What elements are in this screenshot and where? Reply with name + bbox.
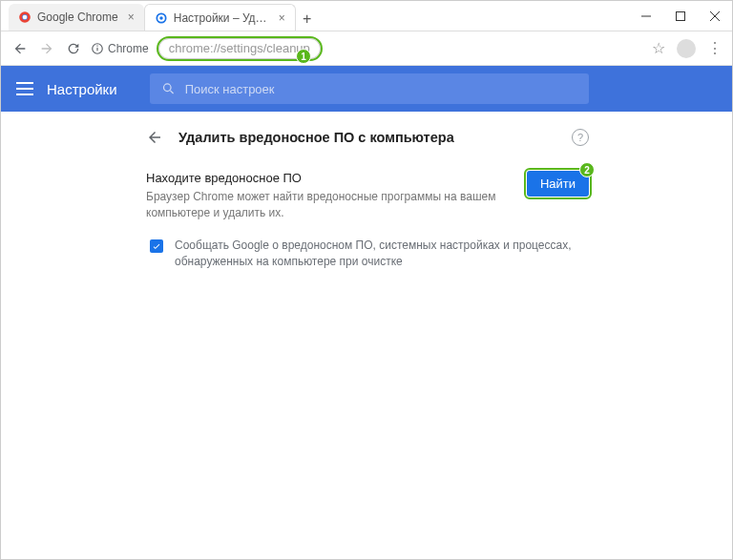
settings-search-input[interactable] <box>185 82 577 96</box>
nav-toolbar: Chrome chrome://settings/cleanup ☆ ⋮ <box>1 31 732 66</box>
site-info[interactable]: Chrome <box>91 42 149 55</box>
minimize-button[interactable] <box>629 2 663 31</box>
report-checkbox-row[interactable]: Сообщать Google о вредоносном ПО, систем… <box>146 238 589 271</box>
checkbox-checked-icon[interactable] <box>150 239 163 253</box>
title-bar: Google Chrome × Настройки – Удалить вред… <box>1 1 732 31</box>
page-header: Удалить вредоносное ПО с компьютера ? <box>142 129 593 146</box>
site-label: Chrome <box>108 42 149 55</box>
tab-strip: Google Chrome × Настройки – Удалить вред… <box>1 4 319 31</box>
new-tab-button[interactable]: + <box>296 8 319 31</box>
annotation-badge-2: 2 <box>579 162 595 177</box>
find-button[interactable]: Найти <box>527 171 589 197</box>
annotation-badge-1: 1 <box>296 49 311 64</box>
search-icon <box>161 81 176 96</box>
info-icon <box>91 42 104 55</box>
menu-hamburger-icon[interactable] <box>16 82 33 95</box>
settings-header: Настройки <box>1 66 732 112</box>
bookmark-star-icon[interactable]: ☆ <box>652 39 665 57</box>
settings-title: Настройки <box>47 81 117 97</box>
chrome-logo-icon <box>18 10 31 24</box>
menu-kebab-icon[interactable]: ⋮ <box>707 39 723 57</box>
svg-point-2 <box>23 15 28 20</box>
reload-button[interactable] <box>64 39 83 58</box>
maximize-button[interactable] <box>663 2 698 31</box>
tab-title: Google Chrome <box>37 10 118 24</box>
window-controls <box>629 2 732 31</box>
help-icon[interactable]: ? <box>572 129 589 146</box>
svg-rect-6 <box>677 12 685 21</box>
section-description: Браузер Chrome может найти вредоносные п… <box>146 189 513 222</box>
url-text: chrome://settings/cleanup <box>169 41 310 55</box>
close-window-button[interactable] <box>698 2 732 31</box>
svg-rect-11 <box>96 45 97 46</box>
page-title: Удалить вредоносное ПО с компьютера <box>178 130 556 145</box>
content-area: Удалить вредоносное ПО с компьютера ? На… <box>1 112 732 559</box>
toolbar-right: ☆ ⋮ <box>652 39 723 58</box>
tab-title: Настройки – Удалить вредонос <box>174 11 269 25</box>
tab-settings-cleanup[interactable]: Настройки – Удалить вредонос × <box>144 4 296 31</box>
svg-point-12 <box>163 84 171 92</box>
back-arrow-icon[interactable] <box>146 129 163 146</box>
forward-button[interactable] <box>37 39 56 58</box>
checkbox-label: Сообщать Google о вредоносном ПО, систем… <box>175 238 576 271</box>
svg-point-4 <box>159 16 163 20</box>
cleanup-section: Находите вредоносное ПО Браузер Chrome м… <box>142 167 593 284</box>
tab-close-icon[interactable]: × <box>279 11 285 25</box>
back-button[interactable] <box>10 39 30 58</box>
tab-close-icon[interactable]: × <box>128 10 135 24</box>
svg-rect-10 <box>96 47 97 51</box>
tab-google-chrome[interactable]: Google Chrome × <box>9 4 144 31</box>
browser-window: Google Chrome × Настройки – Удалить вред… <box>0 0 733 560</box>
gear-icon <box>155 11 168 25</box>
section-title: Находите вредоносное ПО <box>146 171 513 185</box>
profile-avatar[interactable] <box>677 39 696 58</box>
svg-line-13 <box>170 91 173 93</box>
settings-search[interactable] <box>150 73 589 104</box>
